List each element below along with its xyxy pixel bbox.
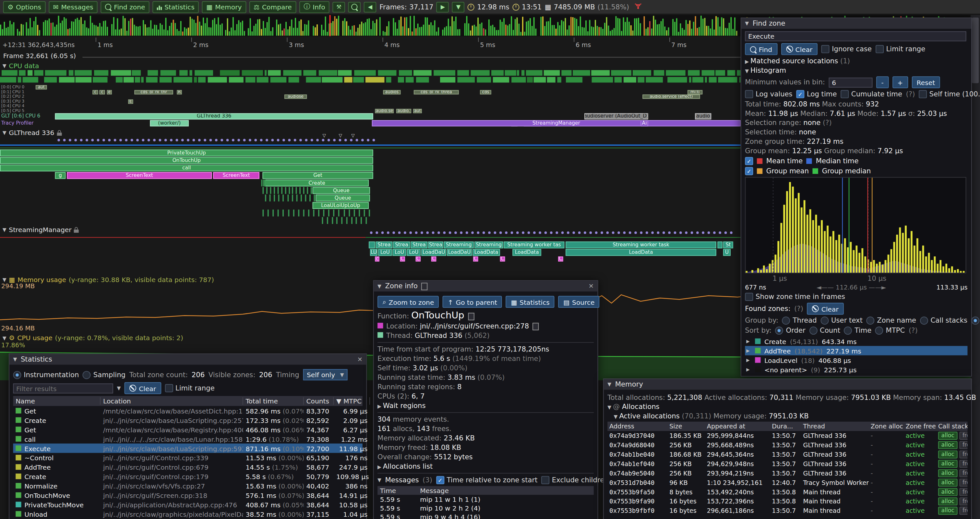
- tiny-zone[interactable]: [341, 217, 342, 224]
- tiny-zone[interactable]: [344, 210, 345, 217]
- zone[interactable]: Queue: [313, 187, 370, 194]
- tiny-zone[interactable]: [307, 187, 308, 194]
- sample-dot[interactable]: [466, 232, 468, 234]
- tiny-zone[interactable]: [291, 195, 293, 201]
- zone[interactable]: E: [128, 99, 133, 103]
- radio[interactable]: [875, 327, 883, 335]
- sample-dot[interactable]: [176, 139, 178, 142]
- sample-dot[interactable]: [550, 232, 553, 234]
- sample-dot[interactable]: [617, 232, 620, 234]
- alloc-callstack-button[interactable]: alloc: [938, 460, 958, 468]
- allocation-row[interactable]: 0x74ab9e5040256 KB293,994,219ns13:50.7GL…: [608, 469, 967, 478]
- found-zone-group[interactable]: ▶LoadLevel (18) 406.88 µs: [745, 355, 967, 365]
- tiny-zone[interactable]: [274, 187, 275, 194]
- sample-dot[interactable]: [432, 232, 434, 234]
- collapse-icon[interactable]: ▼: [608, 382, 611, 387]
- sample-dot[interactable]: [449, 232, 452, 234]
- sample-dot[interactable]: [488, 232, 491, 234]
- clear-button[interactable]: Clear: [781, 43, 818, 55]
- checkbox[interactable]: [876, 45, 884, 53]
- tiny-zone[interactable]: [313, 210, 315, 217]
- help-icon[interactable]: (?): [908, 327, 918, 335]
- memory-titlebar[interactable]: ▼ Memory: [604, 379, 971, 390]
- tiny-zone[interactable]: [269, 195, 271, 201]
- allocations-list-toggle[interactable]: ▶ Allocations list: [377, 462, 594, 470]
- radio[interactable]: [809, 327, 817, 335]
- sample-dot[interactable]: [148, 139, 150, 142]
- tiny-zone[interactable]: [281, 187, 282, 194]
- limit-range-checkbox[interactable]: Limit range: [165, 384, 215, 392]
- sample-dot[interactable]: [350, 139, 353, 142]
- tiny-zone[interactable]: [323, 210, 325, 217]
- radio[interactable]: [83, 370, 91, 379]
- tiny-zone[interactable]: [296, 195, 298, 201]
- checkbox[interactable]: [165, 384, 173, 392]
- column-header-zone-free[interactable]: Zone free: [904, 423, 936, 430]
- allocation-row[interactable]: 0x7531d7b04096 KB1:10 234,952,16112:40.7…: [608, 478, 967, 487]
- sample-dot[interactable]: [333, 139, 336, 142]
- zone[interactable]: call: [0, 164, 373, 171]
- find-zone-query-input[interactable]: [745, 31, 966, 41]
- toolbar-button-info[interactable]: ⓘInfo: [299, 1, 329, 13]
- sample-dot[interactable]: [522, 232, 524, 234]
- zone[interactable]: C: [431, 256, 436, 261]
- sort-by-order[interactable]: Order: [775, 327, 805, 335]
- sample-dot[interactable]: [657, 232, 660, 234]
- checkbox[interactable]: ✓: [796, 90, 804, 98]
- alloc-callstack-button[interactable]: alloc: [938, 478, 958, 487]
- zoom-frame-button[interactable]: ▼: [452, 2, 465, 12]
- tiny-zone[interactable]: [298, 210, 299, 217]
- zone[interactable]: U: [723, 249, 730, 256]
- zone[interactable]: LoU: [392, 249, 406, 256]
- group-by-zone-name[interactable]: Zone name: [867, 316, 916, 324]
- sample-dot[interactable]: [271, 139, 274, 142]
- tiny-zone[interactable]: [283, 195, 284, 201]
- sample-dot[interactable]: [595, 232, 598, 234]
- zone[interactable]: c: [99, 90, 105, 94]
- sample-dot[interactable]: [623, 232, 626, 234]
- tiny-zone[interactable]: [369, 210, 370, 217]
- sample-dot[interactable]: [454, 232, 457, 234]
- tiny-zone[interactable]: [318, 210, 320, 217]
- sort-by-mtpc[interactable]: MTPC: [875, 327, 905, 335]
- tiny-zone[interactable]: [278, 195, 280, 201]
- toolbar-button-compare[interactable]: ⚖Compare: [250, 1, 296, 13]
- sample-dot[interactable]: [730, 232, 733, 234]
- zone[interactable]: R: [177, 90, 181, 94]
- sample-dot[interactable]: [187, 139, 189, 142]
- checkbox[interactable]: [919, 90, 927, 98]
- message-row[interactable]: 5.59 smip 10 w 2 h 2 (4): [377, 503, 594, 512]
- sample-dot[interactable]: [691, 232, 693, 234]
- tiny-zone[interactable]: [327, 217, 328, 224]
- tiny-zone[interactable]: [287, 195, 289, 201]
- help-icon[interactable]: (?): [794, 305, 803, 313]
- group-by-call-stacks[interactable]: Call stacks: [920, 316, 967, 324]
- checkbox[interactable]: [840, 90, 849, 98]
- cumulate-time-checkbox[interactable]: Cumulate time: [840, 90, 902, 98]
- checkbox[interactable]: [745, 293, 753, 301]
- frame-marker-icon[interactable]: ▽: [339, 133, 342, 138]
- frame-marker-icon[interactable]: ▽: [322, 133, 326, 138]
- zone[interactable]: LoaULoiUpLoUp: [313, 202, 369, 209]
- zone[interactable]: g: [55, 172, 66, 179]
- sample-dot[interactable]: [136, 139, 139, 142]
- sample-dot[interactable]: [69, 139, 72, 142]
- table-row[interactable]: Createjni/../jni/src/claw/base/LuaScript…: [13, 415, 362, 425]
- button-zoom-to-zone[interactable]: ⌕Zoom to zone: [377, 296, 439, 308]
- sample-dot[interactable]: [404, 232, 406, 234]
- zone[interactable]: Ai: [641, 120, 648, 126]
- reset-button[interactable]: Reset: [912, 76, 940, 88]
- column-header-thread[interactable]: Thread: [801, 423, 869, 430]
- sample-dot[interactable]: [409, 232, 412, 234]
- sample-dot[interactable]: [266, 139, 268, 142]
- table-row[interactable]: Createjni/../jni/src/guif/Control.cpp:17…: [13, 472, 362, 481]
- sample-dot[interactable]: [724, 232, 727, 234]
- self-time-checkbox[interactable]: Self time (100.00%): [919, 90, 980, 98]
- sample-dot[interactable]: [63, 139, 66, 142]
- group-by-thread[interactable]: Thread: [782, 316, 817, 324]
- alloc-callstack-button[interactable]: alloc: [938, 469, 958, 477]
- sample-dot[interactable]: [204, 139, 206, 142]
- tiny-zone[interactable]: [300, 195, 302, 201]
- message-row[interactable]: 5.59 smip 11 w 1 h 1 (1): [377, 495, 594, 503]
- zone[interactable]: c: [375, 256, 379, 261]
